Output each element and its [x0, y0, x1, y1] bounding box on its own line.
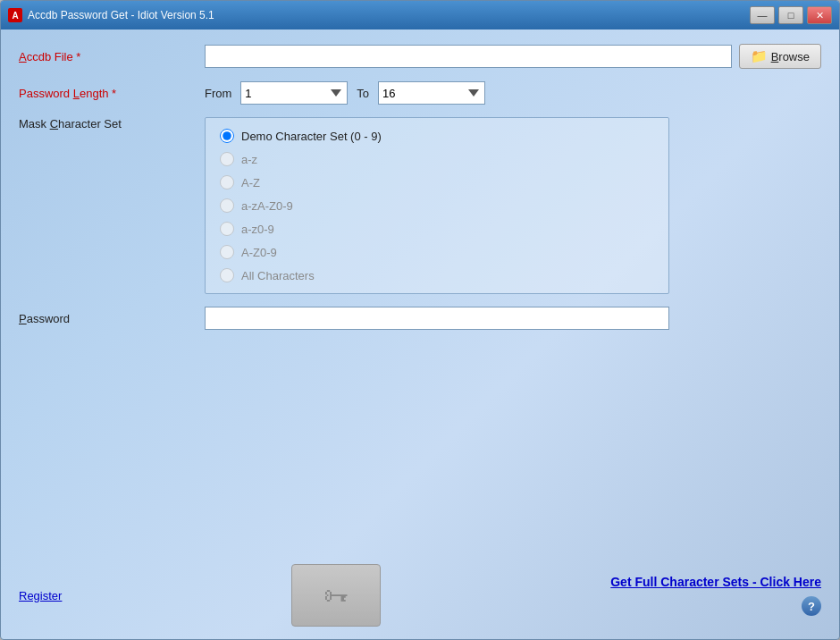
bottom-bar: Register 🗝 Get Full Character Sets - Cli… — [1, 555, 839, 639]
radio-AZ[interactable]: A-Z — [220, 175, 654, 189]
title-bar: A Accdb Password Get - Idiot Version 5.1… — [1, 1, 839, 29]
password-output-input[interactable] — [205, 307, 669, 330]
password-length-row: Password Length * From 1 2 3 4 5 6 7 8 9… — [19, 81, 821, 105]
radio-azAZ09-label: a-zA-Z0-9 — [241, 199, 293, 213]
help-button[interactable]: ? — [802, 596, 821, 616]
title-bar-text: Accdb Password Get - Idiot Version 5.1 — [28, 9, 750, 21]
key-button-area: 🗝 — [80, 564, 592, 627]
radio-demo[interactable]: Demo Character Set (0 - 9) — [220, 129, 654, 143]
to-dropdown[interactable]: 1 2 3 4 5 6 7 8 9 10 11 12 13 14 15 16 — [378, 81, 485, 105]
folder-icon: 📁 — [751, 48, 768, 64]
mask-character-set-row: Mask Character Set Demo Character Set (0… — [19, 117, 821, 294]
get-full-link[interactable]: Get Full Character Sets - Click Here — [610, 575, 821, 589]
bottom-right: Get Full Character Sets - Click Here ? — [610, 575, 821, 616]
radio-AZ09[interactable]: A-Z0-9 — [220, 245, 654, 259]
radio-az09-label: a-z0-9 — [241, 223, 274, 236]
accdb-file-input[interactable] — [205, 45, 732, 68]
radio-az09[interactable]: a-z0-9 — [220, 222, 654, 236]
browse-button[interactable]: 📁 Browse — [739, 44, 821, 69]
register-link[interactable]: Register — [19, 589, 62, 602]
minimize-button[interactable]: — — [750, 6, 775, 24]
radio-az-label: a-z — [241, 153, 257, 166]
radio-az[interactable]: a-z — [220, 152, 654, 166]
accdb-file-row: Accdb File * 📁 Browse — [19, 44, 821, 69]
password-output-row: Password — [19, 307, 821, 330]
pwd-length-controls: From 1 2 3 4 5 6 7 8 9 10 11 12 13 14 15 — [205, 81, 485, 105]
app-icon: A — [8, 8, 22, 22]
main-window: A Accdb Password Get - Idiot Version 5.1… — [0, 0, 840, 640]
maximize-button[interactable]: □ — [778, 6, 803, 24]
accdb-file-label: Accdb File * — [19, 50, 197, 63]
password-length-label: Password Length * — [19, 87, 197, 100]
browse-label: Browse — [771, 50, 810, 63]
to-label: To — [357, 87, 369, 100]
close-button[interactable]: ✕ — [807, 6, 832, 24]
password-output-label: Password — [19, 312, 197, 325]
character-set-radio-group: Demo Character Set (0 - 9) a-z A-Z a-zA-… — [220, 129, 654, 282]
radio-demo-label: Demo Character Set (0 - 9) — [241, 130, 382, 143]
radio-AZ-label: A-Z — [241, 176, 260, 189]
from-dropdown[interactable]: 1 2 3 4 5 6 7 8 9 10 11 12 13 14 15 16 — [240, 81, 348, 105]
radio-azAZ09[interactable]: a-zA-Z0-9 — [220, 198, 654, 213]
radio-all-label: All Characters — [241, 269, 315, 282]
radio-all[interactable]: All Characters — [220, 268, 654, 282]
key-button[interactable]: 🗝 — [291, 564, 381, 627]
mask-character-set-box: Demo Character Set (0 - 9) a-z A-Z a-zA-… — [205, 117, 669, 294]
key-icon: 🗝 — [323, 581, 349, 611]
mask-character-set-label: Mask Character Set — [19, 117, 197, 131]
main-content: Accdb File * 📁 Browse Password Length * … — [1, 29, 839, 555]
from-label: From — [205, 87, 231, 100]
title-bar-controls: — □ ✕ — [750, 6, 832, 24]
radio-AZ09-label: A-Z0-9 — [241, 246, 277, 259]
